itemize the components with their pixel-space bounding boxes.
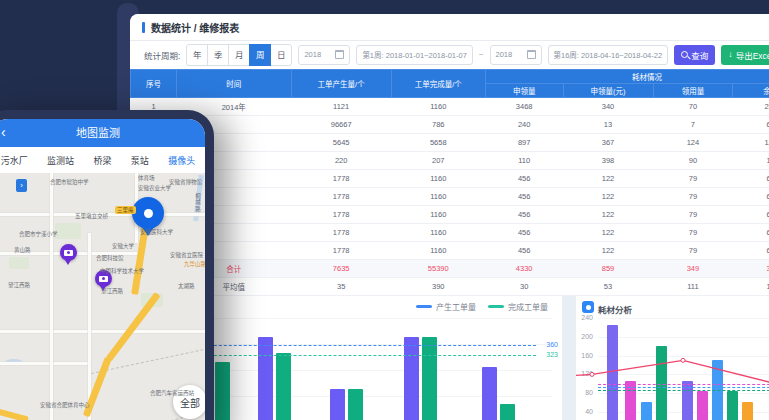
- phone-mockup: ‹ 地图监测 污水厂监测站桥梁泵站摄像头: [0, 110, 214, 420]
- table-cell: 67: [733, 170, 769, 188]
- map-place-label: 合肥市琥珀中学: [50, 179, 89, 185]
- consumables-chart-title: 耗材分析: [598, 303, 632, 315]
- map-place-label: 三里庵: [115, 206, 136, 214]
- table-cell: 67: [733, 188, 769, 206]
- table-cell: 53: [563, 278, 653, 296]
- start-year-select[interactable]: 2018: [298, 45, 350, 65]
- table-row: 29666778624013769: [131, 116, 769, 134]
- gridline: [598, 374, 769, 375]
- table-cell: 1121: [291, 98, 391, 116]
- map-place-label: 安徽省博物馆: [169, 179, 202, 185]
- map-place-label: 合肥汽车客运西站: [150, 390, 194, 396]
- phone-tab[interactable]: 泵站: [131, 154, 149, 167]
- y-axis-tick: 160: [576, 352, 593, 359]
- period-option-年[interactable]: 年: [186, 44, 208, 66]
- dashboard-top-section: 数据统计 / 维修报表 统计周期: 年季月周日 2018 第1周: 2018-0…: [130, 14, 769, 288]
- end-week-input[interactable]: 第16周: 2018-04-16~2018-04-22: [548, 45, 669, 65]
- camera-icon: [64, 250, 73, 256]
- table-cell: 122: [563, 242, 653, 260]
- map-place-label: 黄山路: [14, 247, 31, 253]
- map-place-label: 九华山路: [184, 261, 205, 267]
- column-header: 序号: [131, 70, 177, 98]
- camera-pin[interactable]: [60, 244, 77, 261]
- map-place-label: 合肥科技馆: [96, 255, 124, 261]
- map-view[interactable]: › 全部 合肥市琥珀中学体育场安徽农业大学安徽省博物馆桐城路三里庵五里墩立交桥合…: [0, 173, 205, 420]
- map-place-label: 体育场: [138, 175, 155, 181]
- table-row: 12014年11211160346834070250: [131, 98, 769, 116]
- column-header: 工单产生量/个: [291, 70, 391, 98]
- table-cell: 19: [733, 152, 769, 170]
- period-option-季[interactable]: 季: [207, 44, 229, 66]
- phone-tab[interactable]: 摄像头: [168, 154, 195, 167]
- back-chevron-icon[interactable]: ‹: [1, 119, 6, 146]
- search-icon: [681, 51, 688, 58]
- table-cell: 207: [391, 152, 485, 170]
- map-highway: [0, 408, 29, 420]
- sub-column-header: 余量: [733, 84, 769, 98]
- gridline: [598, 356, 769, 357]
- chart-bar: [348, 389, 363, 420]
- table-row: 356455658897367124129: [131, 134, 769, 152]
- reference-line-label: 360: [546, 341, 558, 348]
- legend-item[interactable]: 产生工单量: [416, 301, 476, 312]
- reference-line: [598, 384, 769, 385]
- table-cell: 96667: [291, 116, 391, 134]
- map-road: [0, 330, 205, 333]
- table-cell: 349: [653, 260, 733, 278]
- breadcrumb: 数据统计 / 维修报表: [151, 20, 239, 35]
- gridline: [598, 318, 769, 319]
- filter-toolbar: 统计周期: 年季月周日 2018 第1周: 2018-01-01~2018-01…: [130, 41, 769, 68]
- chart-bar: [258, 337, 273, 420]
- map-park: [55, 223, 81, 239]
- period-option-日[interactable]: 日: [270, 44, 292, 66]
- chart-bar: [276, 353, 291, 420]
- legend-label: 产生工单量: [436, 301, 476, 312]
- sub-column-header: 领用量: [653, 84, 733, 98]
- table-row: 9177811604561227967: [131, 242, 769, 260]
- table-row: 8177811604561227967: [131, 224, 769, 242]
- start-week-input[interactable]: 第1周: 2018-01-01~2018-01-07: [356, 45, 472, 65]
- phone-tab[interactable]: 监测站: [47, 154, 74, 167]
- table-cell: 14: [733, 278, 769, 296]
- table-cell: 398: [563, 152, 653, 170]
- table-cell: 110: [485, 152, 563, 170]
- phone-page-title: 地图监测: [0, 119, 205, 147]
- map-place-label: 安徽大学: [112, 243, 134, 249]
- period-option-月[interactable]: 月: [228, 44, 250, 66]
- query-button[interactable]: 查询: [674, 45, 715, 65]
- map-place-label: 合肥市宁溪小学: [19, 231, 58, 237]
- y-axis-tick: 200: [576, 333, 593, 340]
- table-cell: 33: [733, 260, 769, 278]
- table-cell: 5645: [291, 134, 391, 152]
- end-year-select[interactable]: 2018: [490, 45, 542, 65]
- legend-line-swatch: [416, 305, 432, 308]
- table-average-row: 平均值35390305311114: [131, 278, 769, 296]
- download-icon: ↓: [728, 50, 733, 59]
- export-excel-button[interactable]: ↓ 导出Excel: [721, 45, 769, 65]
- map-place-label: 安徽省合肥体育中心: [40, 402, 90, 408]
- map-place-label: 中国科学技术大学: [100, 268, 144, 274]
- map-expand-button[interactable]: ›: [16, 179, 27, 192]
- chart-bar: [330, 389, 345, 420]
- gridline: [598, 337, 769, 338]
- legend-item[interactable]: 完成工单量: [488, 301, 548, 312]
- table-cell: 111: [653, 278, 733, 296]
- table-cell: 122: [563, 206, 653, 224]
- table-cell: 70: [653, 98, 733, 116]
- phone-tab[interactable]: 桥梁: [93, 154, 111, 167]
- period-option-周[interactable]: 周: [249, 44, 271, 66]
- map-place-label: 望江西路: [8, 282, 30, 288]
- y-axis-tick: 40: [576, 408, 593, 415]
- range-separator: ~: [479, 50, 484, 59]
- sub-column-header: 申领量(元): [563, 84, 653, 98]
- table-cell: 390: [391, 278, 485, 296]
- table-cell: 1778: [291, 188, 391, 206]
- table-cell: 1160: [391, 206, 485, 224]
- map-place-label: 五里墩立交桥: [75, 213, 108, 219]
- map-park: [9, 257, 29, 269]
- phone-tab[interactable]: 污水厂: [1, 154, 28, 167]
- selected-location-pin[interactable]: [132, 197, 164, 229]
- map-place-label: 望江西路: [101, 288, 123, 294]
- legend-line-swatch: [488, 305, 504, 308]
- table-cell: 3468: [485, 98, 563, 116]
